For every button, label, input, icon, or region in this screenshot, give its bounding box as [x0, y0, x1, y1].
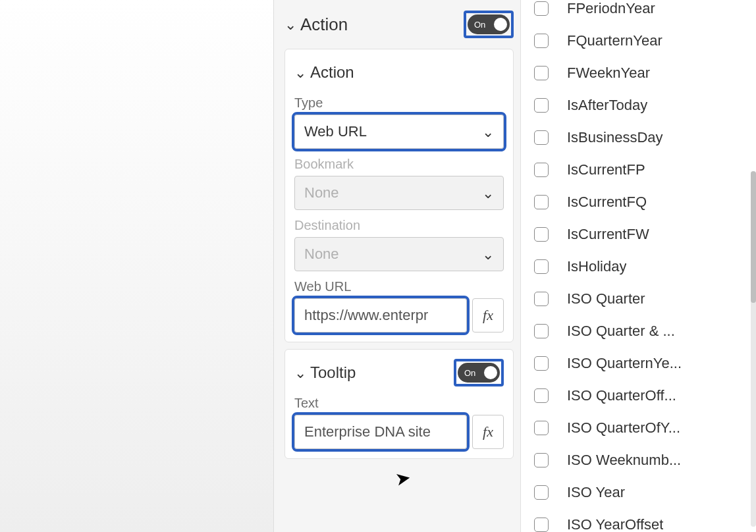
field-name-label: IsCurrentFP: [567, 161, 645, 178]
field-checkbox[interactable]: [534, 98, 549, 113]
chevron-down-icon: ⌄: [294, 66, 306, 80]
action-card-title: Action: [310, 63, 354, 82]
destination-label: Destination: [294, 218, 504, 233]
toggle-knob: [484, 366, 497, 379]
tooltip-text-label: Text: [294, 396, 504, 411]
field-checkbox[interactable]: [534, 324, 549, 338]
field-item[interactable]: IsCurrentFQ: [527, 186, 749, 218]
type-select-value: Web URL: [304, 123, 367, 140]
weburl-label: Web URL: [294, 279, 504, 294]
field-item[interactable]: IsHoliday: [527, 250, 749, 282]
field-checkbox[interactable]: [534, 227, 549, 242]
field-checkbox[interactable]: [534, 518, 549, 532]
action-section-header[interactable]: ⌄ Action On: [284, 7, 514, 42]
action-toggle-highlight: On: [464, 11, 514, 38]
field-name-label: IsHoliday: [567, 258, 626, 275]
bookmark-select-value: None: [304, 184, 339, 201]
field-item[interactable]: FWeeknYear: [527, 57, 749, 89]
weburl-input[interactable]: https://www.enterpr: [294, 298, 467, 332]
field-checkbox[interactable]: [534, 485, 549, 500]
field-name-label: ISO Quarter & ...: [567, 323, 675, 340]
fx-button[interactable]: fx: [472, 415, 504, 449]
format-pane: ⌄ Action On ⌄ Action Type Web URL ⌄ Book…: [273, 0, 520, 532]
chevron-down-icon: ⌄: [284, 18, 296, 32]
field-name-label: IsCurrentFQ: [567, 194, 647, 211]
field-name-label: FQuarternYear: [567, 32, 662, 49]
destination-select: None ⌄: [294, 237, 504, 271]
field-name-label: ISO Quarter: [567, 290, 645, 307]
field-item[interactable]: ISO QuarterOfY...: [527, 412, 749, 444]
field-name-label: FPeriodnYear: [567, 0, 655, 17]
field-item[interactable]: FPeriodnYear: [527, 0, 749, 24]
field-checkbox[interactable]: [534, 421, 549, 435]
tooltip-card: ⌄ Tooltip On Text Enterprise DNA site fx: [284, 349, 514, 459]
fields-pane: FPeriodnYearFQuarternYearFWeeknYearIsAft…: [520, 0, 756, 532]
scrollbar-thumb[interactable]: [751, 171, 756, 303]
field-item[interactable]: IsCurrentFW: [527, 218, 749, 250]
bookmark-label: Bookmark: [294, 157, 504, 172]
fx-button[interactable]: fx: [472, 298, 504, 332]
field-item[interactable]: IsAfterToday: [527, 89, 749, 121]
toggle-knob: [494, 18, 507, 31]
field-checkbox[interactable]: [534, 130, 549, 145]
field-name-label: ISO QuarterOff...: [567, 387, 676, 404]
tooltip-card-title: Tooltip: [310, 363, 356, 382]
field-name-label: FWeeknYear: [567, 65, 650, 82]
field-name-label: ISO YearOffset: [567, 516, 663, 533]
field-item[interactable]: ISO Weeknumb...: [527, 444, 749, 476]
chevron-down-icon: ⌄: [482, 125, 494, 140]
field-checkbox[interactable]: [534, 1, 549, 16]
fields-list: FPeriodnYearFQuarternYearFWeeknYearIsAft…: [527, 0, 749, 532]
field-checkbox[interactable]: [534, 259, 549, 274]
tooltip-text-value: Enterprise DNA site: [304, 423, 431, 440]
chevron-down-icon: ⌄: [482, 248, 494, 262]
field-name-label: IsAfterToday: [567, 97, 647, 114]
field-checkbox[interactable]: [534, 34, 549, 48]
field-item[interactable]: ISO Year: [527, 476, 749, 508]
field-checkbox[interactable]: [534, 195, 549, 209]
tooltip-toggle[interactable]: On: [458, 363, 500, 383]
field-item[interactable]: ISO Quarter: [527, 282, 749, 315]
field-name-label: IsCurrentFW: [567, 226, 649, 243]
tooltip-toggle-highlight: On: [454, 359, 504, 386]
field-checkbox[interactable]: [534, 453, 549, 467]
type-label: Type: [294, 95, 504, 111]
action-toggle[interactable]: On: [468, 14, 510, 34]
action-card: ⌄ Action Type Web URL ⌄ Bookmark None ⌄ …: [284, 49, 514, 342]
chevron-down-icon: ⌄: [482, 186, 494, 201]
field-name-label: IsBusinessDay: [567, 129, 663, 146]
field-item[interactable]: ISO QuarternYe...: [527, 347, 749, 379]
field-name-label: ISO QuarterOfY...: [567, 419, 680, 437]
canvas-area: [0, 0, 273, 532]
field-checkbox[interactable]: [534, 292, 549, 306]
action-section-title: Action: [300, 14, 348, 35]
field-item[interactable]: ISO Quarter & ...: [527, 315, 749, 347]
field-checkbox[interactable]: [534, 356, 549, 371]
tooltip-text-input[interactable]: Enterprise DNA site: [294, 415, 467, 449]
field-name-label: ISO QuarternYe...: [567, 355, 682, 372]
field-checkbox[interactable]: [534, 388, 549, 403]
chevron-down-icon: ⌄: [294, 366, 306, 381]
field-item[interactable]: ISO YearOffset: [527, 508, 749, 532]
field-item[interactable]: IsCurrentFP: [527, 153, 749, 186]
field-name-label: ISO Year: [567, 484, 625, 501]
type-select[interactable]: Web URL ⌄: [294, 115, 504, 149]
destination-select-value: None: [304, 246, 339, 263]
scrollbar[interactable]: [751, 171, 756, 527]
field-item[interactable]: FQuarternYear: [527, 24, 749, 57]
field-checkbox[interactable]: [534, 163, 549, 177]
field-checkbox[interactable]: [534, 66, 549, 80]
field-item[interactable]: ISO QuarterOff...: [527, 379, 749, 412]
field-name-label: ISO Weeknumb...: [567, 452, 681, 469]
field-item[interactable]: IsBusinessDay: [527, 121, 749, 153]
bookmark-select: None ⌄: [294, 176, 504, 210]
weburl-input-value: https://www.enterpr: [304, 307, 428, 324]
